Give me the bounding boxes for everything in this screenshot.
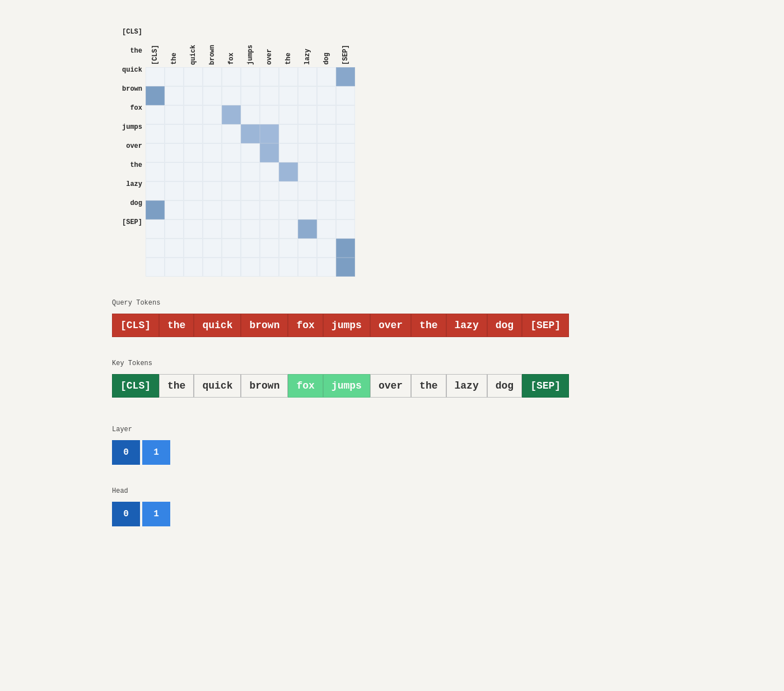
matrix-cell bbox=[165, 86, 184, 105]
query-token[interactable]: brown bbox=[241, 314, 288, 337]
key-token[interactable]: quick bbox=[194, 374, 241, 398]
matrix-cell bbox=[336, 200, 355, 220]
key-token[interactable]: the bbox=[159, 374, 194, 398]
matrix-cell bbox=[317, 143, 336, 162]
matrix-cell bbox=[203, 200, 222, 220]
matrix-cell bbox=[260, 239, 279, 258]
matrix-grid bbox=[146, 67, 355, 277]
matrix-cell bbox=[184, 239, 203, 258]
matrix-row bbox=[146, 162, 355, 181]
matrix-cell bbox=[279, 162, 298, 181]
matrix-cell bbox=[241, 86, 260, 105]
query-token[interactable]: quick bbox=[194, 314, 241, 337]
head-btn-row: 01 bbox=[112, 502, 762, 526]
matrix-cell bbox=[279, 200, 298, 220]
matrix-cell bbox=[336, 105, 355, 124]
matrix-cell bbox=[184, 105, 203, 124]
matrix-cell bbox=[279, 181, 298, 200]
matrix-cell bbox=[241, 220, 260, 239]
matrix-grid-wrapper: [CLS]thequickbrownfoxjumpsoverthelazydog… bbox=[146, 22, 355, 277]
matrix-cell bbox=[298, 258, 317, 277]
col-label: the bbox=[279, 22, 298, 67]
matrix-cell bbox=[165, 181, 184, 200]
query-token[interactable]: fox bbox=[288, 314, 323, 337]
query-token[interactable]: jumps bbox=[323, 314, 370, 337]
row-label: dog bbox=[112, 194, 146, 213]
matrix-cell bbox=[241, 200, 260, 220]
matrix-cell bbox=[336, 124, 355, 143]
layer-button-1[interactable]: 1 bbox=[142, 440, 170, 465]
matrix-cell bbox=[336, 258, 355, 277]
key-token-row: [CLS]thequickbrownfoxjumpsoverthelazydog… bbox=[112, 374, 762, 398]
matrix-cell bbox=[317, 239, 336, 258]
matrix-cell bbox=[279, 239, 298, 258]
col-label: over bbox=[260, 22, 279, 67]
head-button-0[interactable]: 0 bbox=[112, 502, 140, 526]
attention-matrix-section: [CLS]thequickbrownfoxjumpsoverthelazydog… bbox=[112, 22, 762, 277]
matrix-cell bbox=[298, 220, 317, 239]
query-token[interactable]: dog bbox=[487, 314, 522, 337]
matrix-row bbox=[146, 200, 355, 220]
query-token[interactable]: [CLS] bbox=[112, 314, 159, 337]
matrix-cell bbox=[279, 86, 298, 105]
query-token[interactable]: the bbox=[411, 314, 446, 337]
matrix-cell bbox=[336, 162, 355, 181]
matrix-cell bbox=[241, 239, 260, 258]
query-token[interactable]: the bbox=[159, 314, 194, 337]
matrix-cell bbox=[336, 67, 355, 86]
matrix-cell bbox=[222, 181, 241, 200]
matrix-cell bbox=[241, 105, 260, 124]
col-labels: [CLS]thequickbrownfoxjumpsoverthelazydog… bbox=[146, 22, 355, 67]
matrix-cell bbox=[165, 162, 184, 181]
key-token[interactable]: jumps bbox=[323, 374, 370, 398]
matrix-cell bbox=[146, 124, 165, 143]
matrix-cell bbox=[146, 143, 165, 162]
matrix-cell bbox=[222, 220, 241, 239]
matrix-cell bbox=[298, 105, 317, 124]
row-label: fox bbox=[112, 99, 146, 118]
query-token[interactable]: lazy bbox=[446, 314, 487, 337]
layer-button-0[interactable]: 0 bbox=[112, 440, 140, 465]
key-token[interactable]: brown bbox=[241, 374, 288, 398]
query-token[interactable]: [SEP] bbox=[522, 314, 569, 337]
matrix-cell bbox=[165, 67, 184, 86]
matrix-cell bbox=[317, 181, 336, 200]
row-label: over bbox=[112, 137, 146, 156]
key-token[interactable]: over bbox=[370, 374, 411, 398]
key-token[interactable]: [CLS] bbox=[112, 374, 159, 398]
matrix-cell bbox=[317, 162, 336, 181]
matrix-row bbox=[146, 239, 355, 258]
key-token[interactable]: [SEP] bbox=[522, 374, 569, 398]
matrix-cell bbox=[146, 200, 165, 220]
matrix-cell bbox=[165, 258, 184, 277]
matrix-cell bbox=[260, 200, 279, 220]
matrix-cell bbox=[279, 220, 298, 239]
matrix-cell bbox=[146, 220, 165, 239]
key-token[interactable]: fox bbox=[288, 374, 323, 398]
key-token[interactable]: lazy bbox=[446, 374, 487, 398]
matrix-cell bbox=[222, 143, 241, 162]
query-token[interactable]: over bbox=[370, 314, 411, 337]
row-label: lazy bbox=[112, 175, 146, 194]
matrix-cell bbox=[184, 143, 203, 162]
key-token[interactable]: dog bbox=[487, 374, 522, 398]
matrix-cell bbox=[336, 181, 355, 200]
row-label: the bbox=[112, 41, 146, 60]
head-button-1[interactable]: 1 bbox=[142, 502, 170, 526]
col-label: [SEP] bbox=[336, 22, 355, 67]
matrix-cell bbox=[317, 67, 336, 86]
key-token[interactable]: the bbox=[411, 374, 446, 398]
row-label: the bbox=[112, 156, 146, 175]
matrix-cell bbox=[317, 86, 336, 105]
matrix-cell bbox=[260, 258, 279, 277]
matrix-cell bbox=[241, 143, 260, 162]
matrix-cell bbox=[260, 67, 279, 86]
matrix-cell bbox=[222, 86, 241, 105]
matrix-cell bbox=[279, 258, 298, 277]
head-label: Head bbox=[112, 487, 762, 495]
matrix-row bbox=[146, 181, 355, 200]
matrix-cell bbox=[203, 239, 222, 258]
matrix-cell bbox=[165, 239, 184, 258]
head-section: Head 01 bbox=[112, 487, 762, 526]
matrix-cell bbox=[279, 105, 298, 124]
